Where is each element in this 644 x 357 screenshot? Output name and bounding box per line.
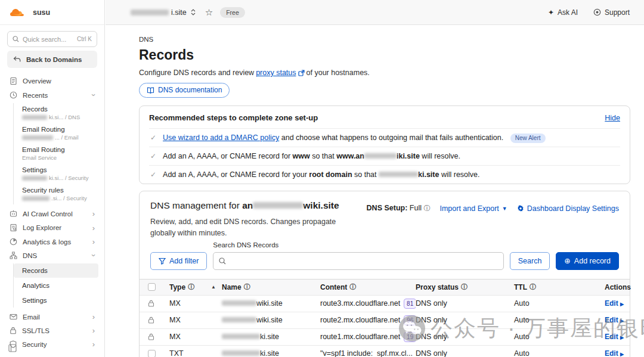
dns-search-input[interactable] <box>230 257 497 265</box>
recent-item-settings[interactable]: Settings ki.si... / Security <box>14 164 104 184</box>
domain-suffix: wiki.site <box>303 200 339 210</box>
favorite-star-icon[interactable]: ☆ <box>205 7 213 18</box>
dns-documentation-button[interactable]: DNS documentation <box>139 83 230 98</box>
record-content: route2.mx.cloudflare.net 96 <box>320 315 416 325</box>
dns-sub-list: Records Analytics Settings <box>13 263 104 308</box>
hide-link[interactable]: Hide <box>605 114 620 122</box>
add-filter-button[interactable]: Add filter <box>150 252 207 270</box>
edit-label: Edit <box>605 316 618 324</box>
sidebar-item-dns-settings[interactable]: Settings <box>14 293 98 308</box>
record-proxy: DNS only <box>416 316 514 324</box>
select-all-checkbox[interactable] <box>148 283 156 291</box>
quick-search[interactable]: Ctrl K <box>7 31 97 47</box>
cloudflare-dns-records-page: susu Ctrl K Back to Domains Overview <box>0 0 644 357</box>
bold-www: www <box>293 152 310 160</box>
record-name: wiki.site <box>222 316 320 324</box>
check-icon: ✓ <box>150 152 156 160</box>
edit-button[interactable]: Edit ▶ <box>605 349 624 357</box>
main-content: DNS Records Configure DNS records and re… <box>106 26 644 357</box>
recent-item-email-routing-2[interactable]: Email Routing Email Service <box>14 144 104 164</box>
support-button[interactable]: Support <box>593 8 630 17</box>
management-title-block: DNS management for anwiki.site Review, a… <box>150 200 350 239</box>
info-icon: ⓘ <box>188 283 194 291</box>
recent-title: Security rules <box>22 187 104 194</box>
sidebar-item-analytics-logs[interactable]: Analytics & logs › <box>0 235 104 249</box>
edit-button[interactable]: Edit ▶ <box>605 299 624 308</box>
breadcrumb: DNS <box>139 36 630 43</box>
plus-circle-icon: ⊕ <box>564 256 570 265</box>
row-checkbox[interactable] <box>148 350 156 357</box>
step-text-part: will resolve. <box>420 152 460 160</box>
record-content: route1.mx.cloudflare.net 19 <box>320 332 416 342</box>
cloudflare-logo-icon <box>10 8 26 17</box>
redacted-domain <box>364 153 397 159</box>
edit-button[interactable]: Edit ▶ <box>605 333 624 341</box>
info-icon: ⓘ <box>244 283 250 291</box>
recent-title: Records <box>22 105 104 113</box>
step-row-www: ✓ Add an A, AAAA, or CNAME record for ww… <box>149 147 620 165</box>
step-text-part: will resolve. <box>439 170 479 179</box>
table-row: MX wiki.site route3.mx.cloudflare.net 81… <box>140 296 630 312</box>
pie-clock-icon <box>10 238 17 246</box>
management-header: DNS management for anwiki.site Review, a… <box>150 200 619 239</box>
sidebar-nav: Overview Recents › Records ki.si... / DN… <box>0 74 104 351</box>
col-type[interactable]: Type ⓘ ▲ <box>169 283 222 291</box>
import-export-button[interactable]: Import and Export ▼ <box>439 204 507 213</box>
sidebar-item-overview[interactable]: Overview <box>0 74 104 88</box>
recent-subtitle: ki.si... / DNS <box>22 114 104 120</box>
recent-sub-text: ki.si... / Security <box>49 175 89 181</box>
edit-arrow-icon: ▶ <box>620 335 624 340</box>
sidebar-item-email[interactable]: Email › <box>0 310 104 324</box>
col-proxy-status[interactable]: Proxy status ⓘ <box>416 283 514 291</box>
domain-suffix: ki.site <box>418 170 439 179</box>
chevron-down-icon: › <box>89 254 97 256</box>
ask-ai-button[interactable]: ✦ Ask AI <box>548 8 578 17</box>
col-content[interactable]: Content ⓘ <box>320 283 416 291</box>
record-proxy: DNS only <box>416 333 514 341</box>
recent-item-records[interactable]: Records ki.si... / DNS <box>14 103 104 123</box>
edit-label: Edit <box>605 349 618 357</box>
search-icon <box>13 36 19 42</box>
document-icon <box>10 77 17 85</box>
priority-badge: 96 <box>404 315 416 325</box>
back-to-domains-button[interactable]: Back to Domains <box>7 51 97 68</box>
sidebar-item-dns[interactable]: DNS › <box>0 249 104 262</box>
sidebar: susu Ctrl K Back to Domains Overview <box>0 0 105 357</box>
collapse-sidebar-icon[interactable] <box>8 344 17 352</box>
add-record-label: Add record <box>574 257 611 265</box>
search-button[interactable]: Search <box>510 252 550 270</box>
recent-subtitle: Email Service <box>22 154 104 161</box>
domain-switcher[interactable]: i.site <box>131 8 196 17</box>
name-suffix: ki.site <box>260 333 279 341</box>
sidebar-item-log-explorer[interactable]: Log Explorer › <box>0 221 104 235</box>
sidebar-item-recents[interactable]: Recents › <box>0 88 104 102</box>
dns-search-box[interactable] <box>213 252 503 270</box>
redacted-name <box>222 300 256 306</box>
security-label: Security <box>22 341 47 348</box>
dashboard-display-settings-button[interactable]: Dashboard Display Settings <box>517 204 619 213</box>
redacted-name <box>222 334 260 339</box>
sidebar-item-ai-crawl-control[interactable]: AI Crawl Control › <box>0 207 104 221</box>
sort-asc-icon: ▲ <box>211 284 216 290</box>
recent-item-email-routing[interactable]: Email Routing ... / Email <box>14 123 104 144</box>
edit-button[interactable]: Edit ▶ <box>605 316 624 324</box>
sidebar-item-dns-analytics[interactable]: Analytics <box>14 278 98 293</box>
proxy-status-link[interactable]: proxy status <box>256 69 296 77</box>
col-ttl[interactable]: TTL ⓘ <box>514 283 605 291</box>
col-name[interactable]: Name ⓘ <box>222 283 320 291</box>
recents-label: Recents <box>23 92 48 99</box>
quick-search-input[interactable] <box>23 36 73 43</box>
sidebar-item-dns-records[interactable]: Records <box>14 263 98 278</box>
recent-item-security-rules[interactable]: Security rules .si... / Security <box>14 184 104 204</box>
record-proxy: DNS only <box>416 299 514 308</box>
sidebar-item-ssl-tls[interactable]: SSL/TLS › <box>0 324 104 337</box>
dmarc-wizard-link[interactable]: Use wizard to add a DMARC policy <box>163 134 279 142</box>
management-subtitle: Review, add, and edit DNS records. Chang… <box>150 216 350 239</box>
add-record-button[interactable]: ⊕ Add record <box>556 252 619 270</box>
content-text: route1.mx.cloudflare.net <box>320 333 400 341</box>
lock-icon <box>148 333 154 340</box>
dns-management-card: DNS management for anwiki.site Review, a… <box>139 191 630 357</box>
email-label: Email <box>23 313 40 321</box>
bold-domain: www.aniki.site <box>336 152 420 160</box>
topbar-actions: ✦ Ask AI Support <box>548 8 630 17</box>
